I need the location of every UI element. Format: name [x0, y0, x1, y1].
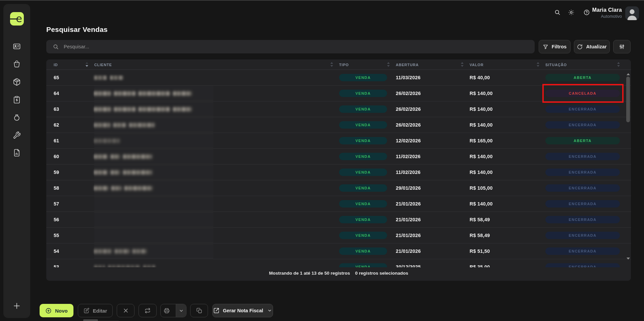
cell-tipo: VENDA: [339, 247, 396, 255]
duplicate-button[interactable]: [190, 304, 208, 317]
sidebar-item-sales[interactable]: [13, 60, 21, 68]
cell-id: 54: [46, 248, 94, 254]
window-top-strip: [0, 0, 644, 1]
shopping-basket-icon: [13, 60, 21, 68]
cell-id: 56: [46, 217, 94, 222]
table-row-54[interactable]: 54VENDA21/01/2026R$ 51,50ENCERRADA: [46, 243, 631, 259]
chevron-down-icon: [179, 308, 184, 313]
cell-id: 58: [46, 185, 94, 191]
table-row-61[interactable]: 61VENDA12/02/2026R$ 165,00ABERTA: [46, 133, 631, 149]
situacao-badge-aberta: ABERTA: [545, 137, 620, 144]
situacao-badge-encerrada: ENCERRADA: [545, 200, 620, 208]
sort-arrows-icon[interactable]: [387, 62, 390, 67]
column-header-cliente[interactable]: CLIENTE: [94, 59, 339, 70]
cell-valor: R$ 105,00: [470, 185, 545, 191]
refresh-label: Atualizar: [586, 44, 606, 49]
scrollbar-down-arrow[interactable]: [626, 257, 630, 260]
table-row-56[interactable]: 56VENDA21/01/2026R$ 58,49ENCERRADA: [46, 212, 631, 228]
cell-id: 60: [46, 154, 94, 159]
table-row-58[interactable]: 58VENDA29/01/2026R$ 105,00ENCERRADA: [46, 180, 631, 196]
filters-button[interactable]: Filtros: [539, 40, 571, 53]
redacted-text-block: [124, 186, 153, 190]
print-button[interactable]: [161, 304, 172, 317]
new-button[interactable]: Novo: [40, 304, 73, 317]
sidebar-item-contacts[interactable]: [13, 42, 21, 50]
sidebar-item-budgets[interactable]: $: [13, 96, 21, 104]
avatar[interactable]: [625, 6, 639, 20]
refresh-button[interactable]: Atualizar: [574, 40, 610, 53]
id-card-icon: [13, 42, 21, 50]
column-header-id[interactable]: ID: [46, 59, 94, 70]
redacted-text-block: [114, 91, 136, 96]
cell-cliente-redacted: [94, 233, 339, 238]
user-name[interactable]: Maria Clara: [592, 7, 622, 13]
cell-cliente-redacted: [94, 249, 339, 254]
sidebar-item-reports[interactable]: [13, 149, 21, 157]
brightness-icon: [568, 9, 575, 16]
package-icon: [13, 78, 21, 86]
cell-valor: R$ 58,49: [470, 217, 545, 222]
scrollbar-thumb[interactable]: [626, 77, 630, 122]
app-logo[interactable]: e: [10, 12, 24, 26]
plus-circle-icon: [45, 308, 52, 314]
table-row-55[interactable]: 55VENDA21/01/2026R$ 58,49ENCERRADA: [46, 228, 631, 243]
tipo-badge: VENDA: [339, 90, 387, 97]
generate-invoice-label: Gerar Nota Fiscal: [223, 308, 263, 313]
clipboard-dollar-icon: $: [13, 96, 21, 104]
edit-button[interactable]: Editar: [78, 304, 113, 317]
user-role: Automotivo: [601, 14, 622, 19]
sidebar-add-button[interactable]: [13, 302, 21, 310]
print-split-button[interactable]: [160, 304, 186, 317]
situacao-badge-encerrada: ENCERRADA: [545, 247, 620, 255]
redacted-text-block: [111, 154, 120, 159]
sidebar-item-products[interactable]: [13, 78, 21, 86]
cell-tipo: VENDA: [339, 153, 396, 160]
table-settings-button[interactable]: [613, 40, 631, 53]
table-row-60[interactable]: 60VENDA11/02/2026R$ 140,00ENCERRADA: [46, 149, 631, 165]
sort-arrows-icon[interactable]: [85, 62, 88, 67]
cell-id: 55: [46, 233, 94, 238]
table-row-63[interactable]: 63VENDA26/02/2026R$ 140,00ENCERRADA: [46, 101, 631, 117]
redacted-text-block: [110, 76, 123, 80]
sidebar-item-services[interactable]: [13, 131, 21, 139]
search-input[interactable]: [64, 44, 466, 49]
reopen-button[interactable]: [139, 304, 157, 317]
column-header-valor[interactable]: VALOR: [470, 59, 545, 70]
tipo-badge: VENDA: [339, 216, 387, 223]
table-row-59[interactable]: 59VENDA11/02/2026R$ 140,00ENCERRADA: [46, 165, 631, 180]
column-header-abertura[interactable]: ABERTURA: [396, 59, 470, 70]
scrollbar-up-arrow[interactable]: [626, 73, 630, 76]
global-search-button[interactable]: [554, 9, 561, 16]
cell-abertura: 12/02/2026: [396, 138, 470, 143]
cell-id: 64: [46, 91, 94, 96]
sort-arrows-icon[interactable]: [536, 62, 539, 67]
sidebar-item-finance[interactable]: [13, 113, 21, 122]
cell-situacao: ENCERRADA: [545, 184, 626, 192]
redacted-text-block: [114, 107, 136, 111]
plus-icon: [13, 302, 21, 310]
situacao-badge-encerrada: ENCERRADA: [545, 169, 620, 176]
table-row-62[interactable]: 62VENDA26/02/2026R$ 140,00ENCERRADA: [46, 117, 631, 133]
filters-label: Filtros: [552, 44, 567, 49]
generate-invoice-button[interactable]: Gerar Nota Fiscal: [212, 304, 273, 317]
table-row-65[interactable]: 65VENDA11/03/2026R$ 40,00ABERTA: [46, 70, 631, 86]
column-header-situacao[interactable]: SITUAÇÃO: [545, 59, 626, 70]
help-button[interactable]: [583, 9, 590, 16]
column-label: VALOR: [470, 63, 484, 67]
cell-abertura: 26/02/2026: [396, 106, 470, 112]
cell-cliente-redacted: [94, 75, 339, 80]
theme-toggle-button[interactable]: [568, 9, 575, 16]
table-row-64[interactable]: 64VENDA26/02/2026R$ 140,00CANCELADA: [46, 86, 631, 101]
cancel-button[interactable]: [117, 304, 135, 317]
svg-text:$: $: [16, 98, 18, 102]
print-options-button[interactable]: [176, 304, 186, 317]
table-header: IDCLIENTETIPOABERTURAVALORSITUAÇÃO: [46, 59, 631, 70]
column-header-tipo[interactable]: TIPO: [339, 59, 396, 70]
sort-arrows-icon[interactable]: [461, 62, 464, 67]
cell-tipo: VENDA: [339, 90, 396, 97]
sales-table: IDCLIENTETIPOABERTURAVALORSITUAÇÃO 65VEN…: [46, 59, 631, 281]
table-row-57[interactable]: 57VENDA21/01/2026R$ 140,00ENCERRADA: [46, 196, 631, 212]
sort-arrows-icon[interactable]: [330, 62, 333, 67]
sort-arrows-icon[interactable]: [617, 62, 620, 67]
pencil-square-icon: [84, 308, 90, 314]
